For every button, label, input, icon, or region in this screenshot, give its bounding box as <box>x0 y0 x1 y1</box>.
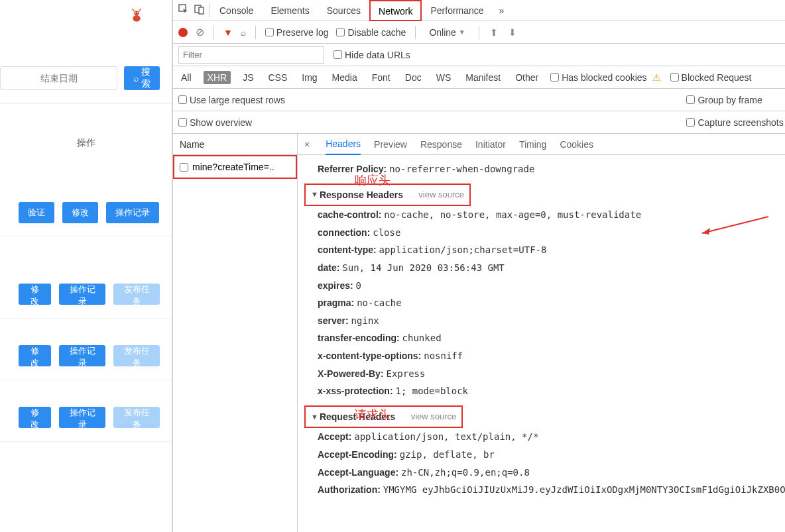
filter-ws[interactable]: WS <box>434 71 454 84</box>
tab-cookies[interactable]: Cookies <box>560 139 593 150</box>
network-toolbar: ⊘ ▼ ⌕ Preserve log Disable cache Online▼… <box>173 21 785 44</box>
request-headers-section[interactable]: ▼ Request Headers view source <box>304 405 785 429</box>
blocked-requests-checkbox[interactable]: Blocked Request <box>670 72 752 83</box>
edit-button[interactable]: 修改 <box>62 202 98 223</box>
operation-column-header: 操作 <box>0 137 172 162</box>
row-actions-4: 修改 操作记录 发布任务 <box>0 407 172 442</box>
log-button[interactable]: 操作记录 <box>59 284 105 305</box>
server-row: server: nginx <box>318 312 785 330</box>
filter-font[interactable]: Font <box>369 71 393 84</box>
collapse-icon: ▼ <box>311 187 318 201</box>
filter-other[interactable]: Other <box>513 71 541 84</box>
log-button[interactable]: 操作记录 <box>106 202 159 223</box>
request-detail: × Headers Preview Response Initiator Tim… <box>298 134 785 532</box>
type-filter-bar: All XHR JS CSS Img Media Font Doc WS Man… <box>173 66 785 89</box>
filter-media[interactable]: Media <box>330 71 360 84</box>
filter-input[interactable] <box>178 46 324 64</box>
log-button[interactable]: 操作记录 <box>59 345 105 366</box>
chevron-down-icon: ▼ <box>459 28 465 36</box>
clear-icon[interactable]: ⊘ <box>196 26 204 38</box>
tab-elements[interactable]: Elements <box>262 0 318 21</box>
divider <box>209 4 210 17</box>
edit-button[interactable]: 修改 <box>19 345 51 366</box>
x-xss-protection-row: x-xss-protection: 1; mode=block <box>318 382 785 400</box>
more-tabs-icon[interactable]: » <box>493 5 511 16</box>
connection-row: connection: close <box>318 224 785 242</box>
authorization-row: Authorization: YMGYMG eyJhbGciOiJIUzUxMi… <box>318 481 785 499</box>
tab-initiator[interactable]: Initiator <box>475 139 506 150</box>
edit-button[interactable]: 修改 <box>19 284 51 305</box>
disable-cache-checkbox[interactable]: Disable cache <box>336 27 406 38</box>
svg-point-1 <box>134 11 139 15</box>
publish-button[interactable]: 发布任务 <box>113 284 160 305</box>
tab-console[interactable]: Console <box>211 0 262 21</box>
content-type-row: content-type: application/json;charset=U… <box>318 241 785 259</box>
svg-point-0 <box>133 15 140 22</box>
view-source-link[interactable]: view source <box>418 187 464 203</box>
divider <box>213 26 214 39</box>
device-toggle-icon[interactable] <box>192 4 208 17</box>
network-main: Name mine?createTime=.. × Headers Previe… <box>173 134 785 532</box>
request-checkbox[interactable] <box>180 163 188 172</box>
search-row: ⌕ 搜索 <box>0 66 172 104</box>
download-har-icon[interactable]: ⬇ <box>507 27 518 38</box>
tab-preview[interactable]: Preview <box>374 139 407 150</box>
publish-button[interactable]: 发布任务 <box>113 345 160 366</box>
headers-body: Referrer Policy: no-referrer-when-downgr… <box>298 155 785 504</box>
tab-network[interactable]: Network <box>369 0 422 21</box>
edit-button[interactable]: 修改 <box>19 407 51 428</box>
filter-css[interactable]: CSS <box>265 71 290 84</box>
filter-all[interactable]: All <box>178 71 194 84</box>
expires-row: expires: 0 <box>318 277 785 295</box>
capture-screenshots-checkbox[interactable]: Capture screenshots <box>686 117 785 128</box>
view-source-link[interactable]: view source <box>411 409 457 425</box>
warning-icon: ⚠ <box>652 72 661 83</box>
name-column-header[interactable]: Name <box>173 134 297 155</box>
row-actions-1: 验证 修改 操作记录 <box>0 202 172 237</box>
app-left-pane: ⌕ 搜索 操作 验证 修改 操作记录 修改 操作记录 发布任务 修改 操作记录 … <box>0 0 173 532</box>
blocked-cookies-checkbox[interactable]: Has blocked cookies⚠ <box>550 72 660 83</box>
publish-button[interactable]: 发布任务 <box>113 407 160 428</box>
collapse-icon: ▼ <box>311 410 318 424</box>
divider <box>415 26 416 39</box>
accept-encoding-row: Accept-Encoding: gzip, deflate, br <box>318 446 785 464</box>
row-actions-2: 修改 操作记录 发布任务 <box>0 284 172 319</box>
accept-language-row: Accept-Language: zh-CN,zh;q=0.9,en;q=0.8 <box>318 464 785 482</box>
group-by-frame-checkbox[interactable]: Group by frame <box>686 95 785 105</box>
response-headers-section[interactable]: ▼ Response Headers view source <box>304 184 785 207</box>
tab-performance[interactable]: Performance <box>422 0 492 21</box>
x-content-type-options-row: x-content-type-options: nosniff <box>318 347 785 365</box>
throttling-dropdown[interactable]: Online▼ <box>425 27 469 38</box>
large-rows-checkbox[interactable]: Use large request rows <box>178 95 686 105</box>
search-button[interactable]: ⌕ 搜索 <box>124 66 160 90</box>
filter-toggle-icon[interactable]: ▼ <box>223 27 233 38</box>
end-date-input[interactable] <box>0 66 117 90</box>
record-button[interactable] <box>178 28 188 37</box>
request-name: mine?createTime=.. <box>192 162 274 172</box>
close-detail-icon[interactable]: × <box>302 139 312 150</box>
filter-doc[interactable]: Doc <box>402 71 424 84</box>
filter-xhr[interactable]: XHR <box>204 71 231 84</box>
x-powered-by-row: X-Powered-By: Express <box>318 365 785 383</box>
show-overview-checkbox[interactable]: Show overview <box>178 117 686 128</box>
divider <box>479 26 479 39</box>
filter-js[interactable]: JS <box>240 71 256 84</box>
request-row[interactable]: mine?createTime=.. <box>173 155 297 179</box>
upload-har-icon[interactable]: ⬆ <box>489 27 499 38</box>
preserve-log-checkbox[interactable]: Preserve log <box>265 27 329 38</box>
tab-response[interactable]: Response <box>420 139 462 150</box>
tab-sources[interactable]: Sources <box>318 0 369 21</box>
devtools-tabstrip: Console Elements Sources Network Perform… <box>173 0 785 21</box>
verify-button[interactable]: 验证 <box>19 202 54 223</box>
log-button[interactable]: 操作记录 <box>59 407 105 428</box>
tab-timing[interactable]: Timing <box>519 139 547 150</box>
filter-manifest[interactable]: Manifest <box>463 71 503 84</box>
filter-img[interactable]: Img <box>299 71 320 84</box>
search-icon[interactable]: ⌕ <box>241 27 246 38</box>
tab-headers[interactable]: Headers <box>326 134 361 155</box>
svg-point-2 <box>135 12 137 13</box>
inspect-icon[interactable] <box>176 4 192 17</box>
referrer-policy-row: Referrer Policy: no-referrer-when-downgr… <box>304 160 785 178</box>
request-list: Name mine?createTime=.. <box>173 134 298 532</box>
hide-data-urls-checkbox[interactable]: Hide data URLs <box>333 50 410 60</box>
